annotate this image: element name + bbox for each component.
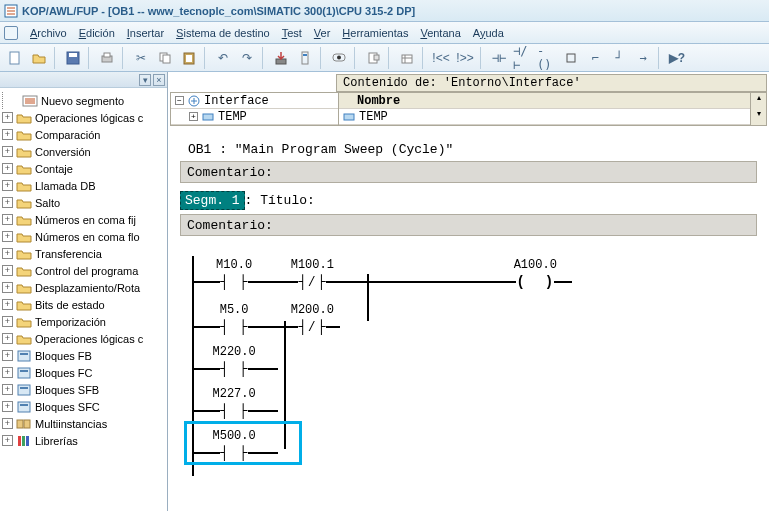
expand-icon[interactable]: + — [2, 265, 13, 276]
tree-item[interactable]: +Desplazamiento/Rota — [2, 279, 165, 296]
tree-item[interactable]: +Control del programa — [2, 262, 165, 279]
tree-item[interactable]: +Bloques FB — [2, 347, 165, 364]
download-button[interactable] — [270, 47, 292, 69]
redo-button[interactable]: ↷ — [236, 47, 258, 69]
menu-insertar[interactable]: Insertar — [121, 27, 170, 39]
menu-sistema[interactable]: Sistema de destino — [170, 27, 276, 39]
conn-button[interactable]: → — [632, 47, 654, 69]
goto2-button[interactable]: !>> — [454, 47, 476, 69]
tree-item[interactable]: +Multiinstancias — [2, 415, 165, 432]
tree-item[interactable]: +Números en coma fij — [2, 211, 165, 228]
tree-item[interactable]: +Librerías — [2, 432, 165, 449]
expand-icon[interactable]: + — [2, 333, 13, 344]
expand-icon[interactable]: + — [2, 180, 13, 191]
ladder-diagram[interactable]: M10.0┤ ├ M100.1┤∕├ A100.0( ) M5.0┤ ├ M2 — [184, 256, 761, 476]
contact-no-button[interactable]: ⊣⊢ — [488, 47, 510, 69]
iface-root-row[interactable]: − Interface — [171, 93, 338, 109]
expand-icon[interactable]: + — [2, 197, 13, 208]
svg-rect-1 — [10, 52, 19, 64]
menu-ayuda[interactable]: Ayuda — [467, 27, 510, 39]
expand-icon[interactable]: + — [189, 112, 198, 121]
tree-item[interactable]: Nuevo segmento — [2, 92, 165, 109]
branch-open-button[interactable]: ⌐ — [584, 47, 606, 69]
contact-no[interactable]: M227.0┤ ├ — [220, 403, 248, 419]
tree-item[interactable]: +Contaje — [2, 160, 165, 177]
sidebar-close-icon[interactable]: × — [153, 74, 165, 86]
tree-item[interactable]: +Conversión — [2, 143, 165, 160]
cut-button[interactable]: ✂ — [130, 47, 152, 69]
expand-icon[interactable]: + — [2, 248, 13, 259]
expand-icon[interactable]: + — [2, 112, 13, 123]
comment-box-1[interactable]: Comentario: — [180, 161, 757, 183]
collapse-icon[interactable]: − — [175, 96, 184, 105]
expand-icon[interactable]: + — [2, 299, 13, 310]
contact-nc[interactable]: M200.0┤∕├ — [298, 319, 326, 335]
box-button[interactable] — [560, 47, 582, 69]
scroll-up-icon[interactable]: ▴ — [751, 93, 766, 109]
code-area[interactable]: OB1 : "Main Program Sweep (Cycle)" Comen… — [168, 126, 769, 511]
print-button[interactable] — [96, 47, 118, 69]
tree-item[interactable]: +Números en coma flo — [2, 228, 165, 245]
ref-button[interactable] — [396, 47, 418, 69]
save-button[interactable] — [62, 47, 84, 69]
menu-ventana[interactable]: Ventana — [414, 27, 466, 39]
iface-temp-row[interactable]: + TEMP — [171, 109, 338, 125]
contact-no[interactable]: M5.0┤ ├ — [220, 319, 248, 335]
expand-icon[interactable]: + — [2, 401, 13, 412]
menu-archivo[interactable]: Archivo — [24, 27, 73, 39]
expand-icon[interactable]: + — [2, 384, 13, 395]
menu-edicion[interactable]: Edición — [73, 27, 121, 39]
expand-icon[interactable]: + — [2, 231, 13, 242]
tree-item[interactable]: +Operaciones lógicas c — [2, 330, 165, 347]
expand-icon[interactable]: + — [2, 350, 13, 361]
tree-item[interactable]: +Comparación — [2, 126, 165, 143]
sidebar-pin-icon[interactable]: ▾ — [139, 74, 151, 86]
iface-right-row[interactable]: TEMP — [339, 109, 750, 125]
tree-item[interactable]: +Bits de estado — [2, 296, 165, 313]
expand-icon[interactable]: + — [2, 435, 13, 446]
new-button[interactable] — [4, 47, 26, 69]
contact-no[interactable]: M220.0┤ ├ — [220, 361, 248, 377]
expand-icon[interactable]: + — [2, 214, 13, 225]
contact-nc-button[interactable]: ⊣/⊢ — [512, 47, 534, 69]
segment-tag[interactable]: Segm. 1 — [180, 191, 245, 210]
menu-ver[interactable]: Ver — [308, 27, 337, 39]
paste-button[interactable] — [178, 47, 200, 69]
coil[interactable]: A100.0( ) — [516, 274, 554, 290]
expand-icon[interactable]: + — [2, 316, 13, 327]
coil-button[interactable]: -() — [536, 47, 558, 69]
menu-herramientas[interactable]: Herramientas — [336, 27, 414, 39]
comment-box-2[interactable]: Comentario: — [180, 214, 757, 236]
catalog-tree[interactable]: Nuevo segmento+Operaciones lógicas c+Com… — [0, 88, 167, 511]
tree-item[interactable]: +Transferencia — [2, 245, 165, 262]
help-button[interactable]: ▶? — [666, 47, 688, 69]
branch-close-button[interactable]: ┘ — [608, 47, 630, 69]
tree-item[interactable]: +Bloques FC — [2, 364, 165, 381]
system-menu-icon[interactable] — [4, 26, 18, 40]
contact-no[interactable]: M10.0┤ ├ — [220, 274, 248, 290]
undo-button[interactable]: ↶ — [212, 47, 234, 69]
tree-item[interactable]: +Temporización — [2, 313, 165, 330]
contact-nc[interactable]: M100.1┤∕├ — [298, 274, 326, 290]
tree-item[interactable]: +Salto — [2, 194, 165, 211]
monitor-button[interactable] — [328, 47, 350, 69]
tree-item[interactable]: +Bloques SFC — [2, 398, 165, 415]
expand-icon[interactable]: + — [2, 367, 13, 378]
block-button[interactable] — [362, 47, 384, 69]
tree-item[interactable]: +Llamada DB — [2, 177, 165, 194]
segment-title[interactable]: : Título: — [245, 193, 315, 208]
scroll-down-icon[interactable]: ▾ — [751, 109, 766, 125]
tree-item[interactable]: +Bloques SFB — [2, 381, 165, 398]
online-button[interactable] — [294, 47, 316, 69]
tree-item[interactable]: +Operaciones lógicas c — [2, 109, 165, 126]
copy-button[interactable] — [154, 47, 176, 69]
expand-icon[interactable]: + — [2, 163, 13, 174]
menu-bar[interactable]: Archivo Edición Insertar Sistema de dest… — [0, 22, 769, 44]
expand-icon[interactable]: + — [2, 418, 13, 429]
open-button[interactable] — [28, 47, 50, 69]
expand-icon[interactable]: + — [2, 146, 13, 157]
goto-button[interactable]: !<< — [430, 47, 452, 69]
expand-icon[interactable]: + — [2, 282, 13, 293]
expand-icon[interactable]: + — [2, 129, 13, 140]
menu-test[interactable]: Test — [276, 27, 308, 39]
